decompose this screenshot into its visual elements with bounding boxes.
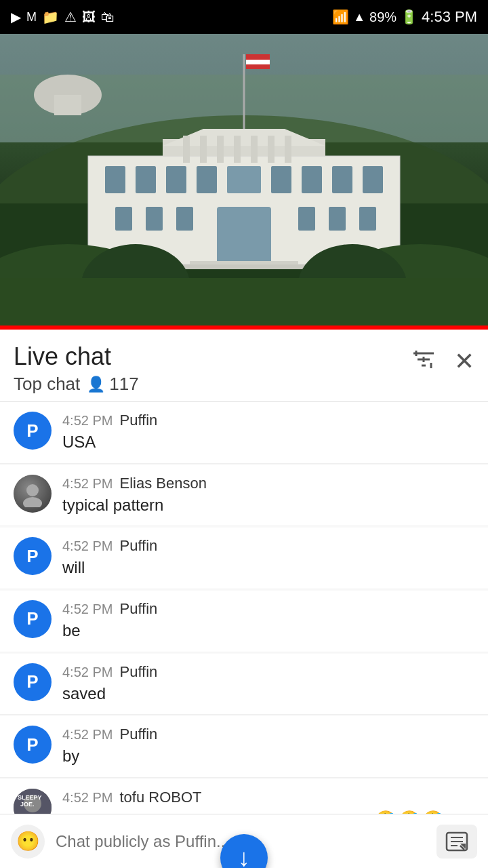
chat-user-6: Puffin	[119, 726, 157, 743]
top-chat-row: Top chat 👤 117	[14, 374, 139, 395]
status-icons-right: 📶 ▲ 89% 🔋 4:53 PM	[332, 8, 477, 26]
alert-icon: ⚠	[64, 9, 77, 25]
svg-point-50	[26, 484, 39, 496]
chat-meta-2: 4:52 PM Elias Benson	[62, 475, 474, 492]
folder-icon: 📁	[42, 9, 59, 25]
chat-meta-1: 4:52 PM Puffin	[62, 412, 474, 429]
chat-content-1: 4:52 PM Puffin USA	[62, 412, 474, 454]
svg-rect-20	[136, 166, 156, 193]
svg-text:JOE.: JOE.	[20, 801, 35, 808]
svg-rect-12	[183, 136, 190, 163]
wifi-icon: 📶	[332, 9, 349, 25]
svg-rect-7	[246, 60, 270, 64]
viewer-count: 👤 117	[87, 374, 138, 395]
viewer-number: 117	[109, 374, 138, 395]
youtube-icon: ▶	[11, 9, 21, 25]
chat-header: Live chat Top chat 👤 117	[0, 330, 488, 402]
svg-rect-31	[298, 207, 315, 231]
close-button[interactable]: ✕	[454, 347, 474, 376]
chat-meta-7: 4:52 PM tofu ROBOT	[62, 789, 474, 806]
svg-rect-17	[268, 136, 274, 163]
chat-meta-6: 4:52 PM Puffin	[62, 726, 474, 743]
chat-message-4: P 4:52 PM Puffin be	[0, 591, 488, 652]
image-icon: 🖼	[82, 9, 96, 25]
chat-header-actions: ✕	[412, 342, 474, 376]
svg-rect-23	[227, 166, 261, 193]
chat-time-3: 4:52 PM	[62, 538, 113, 554]
chat-msg-text-4: be	[62, 621, 81, 639]
chat-message-6: P 4:52 PM Puffin by	[0, 716, 488, 778]
chat-user-7: tofu ROBOT	[119, 789, 201, 806]
svg-rect-33	[359, 207, 376, 231]
top-chat-label[interactable]: Top chat	[14, 374, 80, 395]
scroll-down-arrow-icon: ↓	[238, 844, 250, 868]
svg-rect-24	[271, 166, 291, 193]
battery-label: 89%	[369, 9, 396, 25]
svg-rect-26	[332, 166, 352, 193]
chat-time-4: 4:52 PM	[62, 601, 113, 617]
chat-content-3: 4:52 PM Puffin will	[62, 537, 474, 579]
chat-content-5: 4:52 PM Puffin saved	[62, 663, 474, 705]
svg-rect-15	[234, 136, 241, 163]
chat-user-1: Puffin	[119, 412, 157, 429]
chat-user-5: Puffin	[119, 663, 157, 681]
chat-msg-text-6: by	[62, 747, 79, 765]
svg-rect-28	[115, 207, 132, 231]
chat-time-6: 4:52 PM	[62, 727, 113, 743]
svg-rect-16	[251, 136, 258, 163]
person-icon: 👤	[87, 376, 105, 393]
avatar-puffin-1: P	[14, 412, 52, 450]
avatar-puffin-4: P	[14, 600, 52, 638]
chat-message-1: P 4:52 PM Puffin USA	[0, 402, 488, 464]
send-icon	[445, 831, 468, 852]
chat-messages-list: P 4:52 PM Puffin USA	[0, 402, 488, 868]
chat-user-2: Elias Benson	[119, 475, 206, 492]
chat-meta-4: 4:52 PM Puffin	[62, 600, 474, 618]
svg-rect-36	[183, 264, 305, 269]
svg-text:SLEEPY: SLEEPY	[18, 794, 42, 801]
send-button[interactable]	[436, 825, 477, 859]
svg-rect-34	[217, 207, 271, 264]
svg-rect-41	[0, 278, 488, 326]
live-chat-panel: Live chat Top chat 👤 117	[0, 330, 488, 868]
live-chat-title: Live chat	[14, 342, 139, 371]
status-bar: ▶ M 📁 ⚠ 🖼 🛍 📶 ▲ 89% 🔋 4:53 PM	[0, 0, 488, 34]
emoji-picker-button[interactable]: 😶	[11, 825, 45, 859]
chat-msg-text-2: typical pattern	[62, 496, 163, 514]
avatar-puffin-5: P	[14, 663, 52, 701]
svg-rect-6	[246, 54, 270, 60]
chat-message-5: P 4:52 PM Puffin saved	[0, 654, 488, 715]
chat-content-4: 4:52 PM Puffin be	[62, 600, 474, 642]
signal-icon: ▲	[353, 10, 365, 24]
svg-point-51	[23, 497, 42, 507]
svg-rect-43	[54, 95, 81, 115]
messages-wrapper: P 4:52 PM Puffin USA	[0, 402, 488, 868]
emoji-face-icon: 😶	[16, 830, 40, 852]
svg-rect-25	[302, 166, 322, 193]
svg-rect-30	[176, 207, 193, 231]
chat-header-left: Live chat Top chat 👤 117	[14, 342, 139, 395]
svg-rect-22	[197, 166, 217, 193]
chat-time-2: 4:52 PM	[62, 476, 113, 492]
chat-meta-5: 4:52 PM Puffin	[62, 663, 474, 681]
chat-time-7: 4:52 PM	[62, 790, 113, 806]
svg-rect-21	[166, 166, 186, 193]
chat-user-3: Puffin	[119, 537, 157, 555]
svg-rect-29	[146, 207, 163, 231]
avatar-puffin-3: P	[14, 537, 52, 575]
svg-rect-14	[217, 136, 224, 163]
filter-icon[interactable]	[412, 349, 435, 374]
svg-rect-27	[363, 166, 383, 193]
bag-icon: 🛍	[101, 9, 115, 25]
svg-rect-13	[200, 136, 207, 163]
chat-msg-text-3: will	[62, 558, 85, 576]
status-icons-left: ▶ M 📁 ⚠ 🖼 🛍	[11, 9, 115, 25]
chat-user-4: Puffin	[119, 600, 157, 618]
avatar-puffin-6: P	[14, 726, 52, 764]
clock: 4:53 PM	[422, 8, 477, 26]
chat-content-6: 4:52 PM Puffin by	[62, 726, 474, 768]
video-player[interactable]	[0, 34, 488, 326]
chat-message-3: P 4:52 PM Puffin will	[0, 528, 488, 589]
m-icon: M	[26, 10, 37, 24]
avatar-elias	[14, 475, 52, 513]
